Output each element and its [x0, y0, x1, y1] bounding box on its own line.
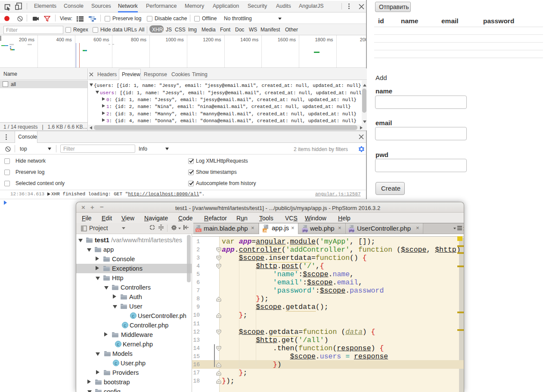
svg-text:php: php	[349, 229, 354, 232]
svg-text:JS: JS	[264, 229, 267, 233]
svg-text:php: php	[303, 229, 308, 232]
